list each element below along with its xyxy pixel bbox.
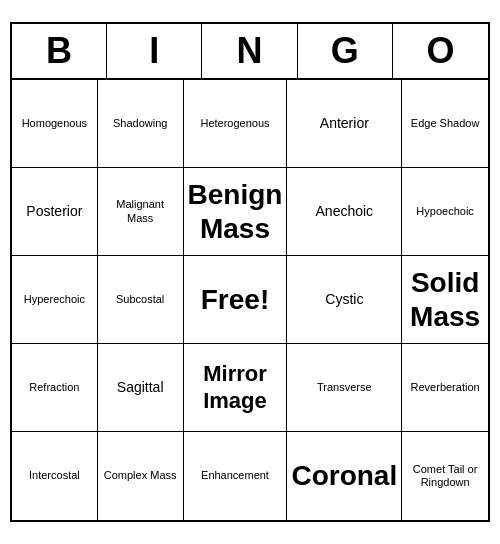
bingo-cell-15: Refraction <box>12 344 98 432</box>
bingo-letter-o: O <box>393 24 488 78</box>
cell-text-9: Hypoechoic <box>416 205 473 218</box>
cell-text-1: Shadowing <box>113 117 167 130</box>
bingo-cell-7: Benign Mass <box>184 168 288 256</box>
cell-text-15: Refraction <box>29 381 79 394</box>
bingo-cell-0: Homogenous <box>12 80 98 168</box>
cell-text-13: Cystic <box>325 291 363 308</box>
bingo-cell-23: Coronal <box>287 432 402 520</box>
cell-text-4: Edge Shadow <box>411 117 480 130</box>
bingo-cell-6: Malignant Mass <box>98 168 184 256</box>
bingo-cell-8: Anechoic <box>287 168 402 256</box>
cell-text-14: Solid Mass <box>406 266 484 333</box>
bingo-cell-18: Transverse <box>287 344 402 432</box>
cell-text-17: Mirror Image <box>188 361 283 414</box>
cell-text-10: Hyperechoic <box>24 293 85 306</box>
bingo-cell-24: Comet Tail or Ringdown <box>402 432 488 520</box>
cell-text-11: Subcostal <box>116 293 164 306</box>
bingo-cell-10: Hyperechoic <box>12 256 98 344</box>
cell-text-3: Anterior <box>320 115 369 132</box>
cell-text-8: Anechoic <box>316 203 374 220</box>
cell-text-0: Homogenous <box>22 117 87 130</box>
bingo-cell-5: Posterior <box>12 168 98 256</box>
cell-text-20: Intercostal <box>29 469 80 482</box>
cell-text-6: Malignant Mass <box>102 198 179 224</box>
cell-text-23: Coronal <box>291 459 397 493</box>
bingo-cell-21: Complex Mass <box>98 432 184 520</box>
cell-text-12: Free! <box>201 283 269 317</box>
bingo-cell-16: Sagittal <box>98 344 184 432</box>
bingo-letter-g: G <box>298 24 393 78</box>
bingo-cell-12: Free! <box>184 256 288 344</box>
bingo-cell-9: Hypoechoic <box>402 168 488 256</box>
cell-text-5: Posterior <box>26 203 82 220</box>
bingo-header: BINGO <box>12 24 488 80</box>
cell-text-7: Benign Mass <box>188 178 283 245</box>
bingo-letter-b: B <box>12 24 107 78</box>
bingo-cell-14: Solid Mass <box>402 256 488 344</box>
bingo-cell-20: Intercostal <box>12 432 98 520</box>
bingo-grid: HomogenousShadowingHeterogenousAnteriorE… <box>12 80 488 520</box>
bingo-cell-2: Heterogenous <box>184 80 288 168</box>
bingo-letter-n: N <box>202 24 297 78</box>
cell-text-16: Sagittal <box>117 379 164 396</box>
bingo-cell-3: Anterior <box>287 80 402 168</box>
bingo-cell-13: Cystic <box>287 256 402 344</box>
cell-text-18: Transverse <box>317 381 372 394</box>
bingo-cell-19: Reverberation <box>402 344 488 432</box>
cell-text-21: Complex Mass <box>104 469 177 482</box>
cell-text-2: Heterogenous <box>200 117 269 130</box>
bingo-cell-11: Subcostal <box>98 256 184 344</box>
cell-text-19: Reverberation <box>411 381 480 394</box>
cell-text-22: Enhancement <box>201 469 269 482</box>
bingo-cell-22: Enhancement <box>184 432 288 520</box>
bingo-cell-1: Shadowing <box>98 80 184 168</box>
cell-text-24: Comet Tail or Ringdown <box>406 463 484 489</box>
bingo-letter-i: I <box>107 24 202 78</box>
bingo-cell-17: Mirror Image <box>184 344 288 432</box>
bingo-cell-4: Edge Shadow <box>402 80 488 168</box>
bingo-card: BINGO HomogenousShadowingHeterogenousAnt… <box>10 22 490 522</box>
